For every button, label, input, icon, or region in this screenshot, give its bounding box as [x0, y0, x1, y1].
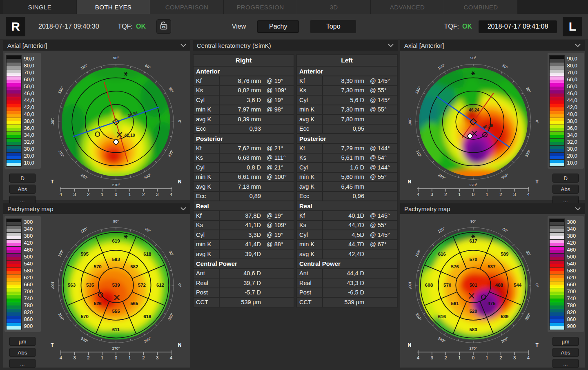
angle-label: 90° [470, 219, 476, 223]
scale-more-button[interactable]: ... [9, 359, 36, 368]
pachy-inner-value: 570 [94, 264, 102, 269]
left-eye-pachymetry-map: 0°30°60°90°120°150°180°210°240°270°300°3… [405, 214, 542, 351]
scale-row: 340 [7, 225, 39, 232]
scale-unit-button[interactable]: D [552, 174, 579, 183]
simk-row-value: 42,4D [323, 250, 397, 259]
ruler-label: 3 [431, 192, 433, 197]
scale-row: 420 [7, 239, 39, 246]
mm-ruler: 432101234 [416, 350, 531, 360]
left-pachy-map-selector[interactable]: Pachymetry map [400, 203, 585, 214]
scale-label: 44,0 [567, 97, 582, 103]
left-pachymetry-panel: Pachymetry map 3003403804204605005405806… [400, 203, 585, 368]
scale-row: 32,0 [550, 138, 582, 145]
scale-row: 660 [550, 281, 582, 288]
scale-row: 42,0 [7, 104, 39, 111]
scale-row: 80,0 [550, 62, 582, 69]
scale-row: 60,0 [7, 76, 39, 83]
scale-row: 80,0 [7, 62, 39, 69]
angle-label: 30° [525, 87, 532, 94]
simk-row: Ks6,63 mm@ 111° [194, 154, 294, 163]
scale-abs-button[interactable]: Abs [552, 185, 579, 194]
angle-label: 120° [437, 63, 446, 70]
scale-swatch [7, 56, 21, 62]
chevron-down-icon [575, 207, 581, 210]
scale-more-button[interactable]: ... [552, 359, 579, 368]
scale-label: 820 [567, 309, 582, 315]
simk-section-header: Anterior [297, 67, 397, 76]
simk-row-label: Real [194, 279, 219, 288]
simk-row: avg K8,39 mm [194, 115, 294, 124]
angle-label: 150° [414, 85, 422, 94]
pachy-inner-value: 488 [495, 283, 503, 288]
scale-label: 60,0 [567, 76, 582, 82]
scale-swatch [550, 97, 564, 104]
tab-both-eyes[interactable]: BOTH EYES [77, 0, 150, 14]
scale-row: 50,0 [7, 83, 39, 90]
tab-single[interactable]: SINGLE [3, 0, 76, 14]
pachy-outer-value: 618 [143, 252, 151, 256]
ruler-label: 2 [444, 355, 447, 360]
scale-label: 540 [567, 261, 582, 267]
scale-swatch [7, 153, 21, 159]
simk-row-value: 37,8D@ 19° [220, 211, 294, 220]
scale-label: 32,0 [24, 139, 39, 145]
ruler-label: 4 [60, 355, 62, 360]
simk-row: avg K42,4D [297, 250, 397, 259]
scale-label: 380 [567, 233, 582, 239]
angle-label: 0° [178, 283, 182, 287]
scale-abs-button[interactable]: Abs [9, 348, 36, 357]
angle-label: 90° [113, 219, 119, 223]
scale-label: 340 [24, 226, 39, 232]
simk-row: CCT539 µm [297, 298, 397, 307]
ruler-label: 4 [417, 192, 420, 197]
steep-k-value: 42,10 [125, 133, 135, 138]
scale-swatch [550, 323, 564, 330]
scale-unit-button[interactable]: µm [552, 337, 579, 346]
scale-label: 36,0 [567, 125, 582, 131]
scale-label: 580 [567, 267, 582, 274]
simk-row-value: 0,95 [323, 125, 397, 134]
simk-row-label: Ant [297, 269, 322, 278]
topo-view-button[interactable]: Topo [310, 20, 356, 33]
simk-row-value: 3,6 D@ 19° [220, 96, 294, 105]
pachy-view-button[interactable]: Pachy [257, 20, 299, 33]
scale-unit-button[interactable]: D [9, 174, 36, 183]
scale-abs-button[interactable]: Abs [9, 185, 36, 194]
angle-label: 0° [178, 120, 182, 124]
simk-row: avg K6,45 mm [297, 182, 397, 191]
simk-row-label: Ecc [297, 192, 322, 201]
scale-label: 460 [24, 247, 39, 253]
scale-row: 740 [7, 295, 39, 302]
scale-row: 860 [7, 316, 39, 323]
scale-abs-button[interactable]: Abs [552, 348, 579, 357]
simk-row-value: 3,3D@ 19° [220, 230, 294, 239]
left-exam-datetime-selector[interactable]: 2018-07-17 09:41:08 [479, 20, 557, 33]
scale-row: 20,0 [7, 152, 39, 159]
angle-label: 210° [58, 149, 65, 158]
right-axial-map-selector[interactable]: Axial [Anterior] [3, 40, 190, 51]
scale-row: 300 [7, 218, 39, 225]
right-pachy-map-selector[interactable]: Pachymetry map [3, 203, 190, 214]
simk-row-value: 0,96 [323, 192, 397, 201]
scale-label: 90,0 [24, 56, 39, 62]
simk-row-value: 41,1D@ 109° [220, 221, 294, 230]
scale-label: 80,0 [567, 62, 582, 69]
scale-label: 700 [24, 288, 39, 294]
scale-label: 70,0 [567, 69, 582, 76]
right-pachymetry-panel: Pachymetry map 3003403804204605005405806… [3, 203, 190, 368]
simk-row-label: Cyl [194, 163, 219, 172]
left-axial-map-selector[interactable]: Axial [Anterior] [400, 40, 585, 51]
simk-selector[interactable]: Central keratometry (SimK) [193, 40, 398, 51]
quality-unlock-button[interactable] [156, 19, 171, 34]
angle-label: 60° [144, 64, 151, 70]
simk-row-label: Ks [297, 86, 322, 95]
scale-swatch [550, 104, 564, 111]
simk-row: avg K7,80 mm [297, 115, 397, 124]
simk-row-value: 7,13 mm [220, 182, 294, 191]
simk-row: Kf7,62 mm@ 21° [194, 144, 294, 153]
simk-row-label: Ant [194, 269, 219, 278]
scale-unit-button[interactable]: µm [9, 337, 36, 346]
angle-label: 210° [415, 312, 422, 321]
scale-label: 740 [24, 295, 39, 301]
scale-label: 620 [24, 274, 39, 281]
